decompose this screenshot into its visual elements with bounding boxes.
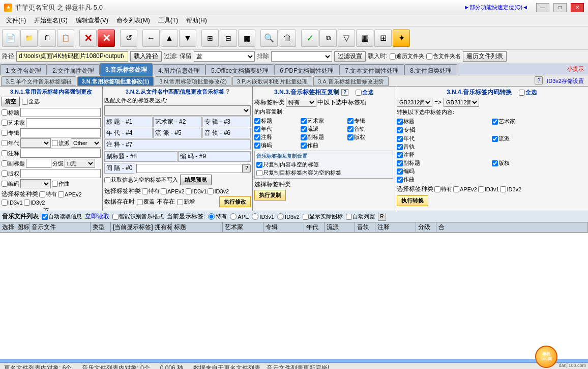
subtitle-checkbox[interactable]: 副标题 (2, 160, 25, 167)
table-button[interactable]: ▦ (356, 30, 373, 47)
title-input[interactable] (20, 108, 101, 117)
clear-button[interactable]: 清空 (2, 97, 20, 106)
tab-lyrics[interactable]: 3.P.内嵌歌词和图片批量处理 (232, 76, 312, 86)
title-checkbox[interactable]: 标题 (2, 109, 19, 117)
filter-select[interactable]: 蓝 (194, 51, 255, 62)
search-button[interactable]: 🔍 (260, 30, 278, 47)
artist-input[interactable] (26, 118, 101, 127)
id3v2-settings[interactable]: ID3v2存储设置 (544, 76, 587, 86)
history-button[interactable]: 遍历文件列表 (463, 51, 507, 62)
subtitle-input[interactable] (26, 159, 51, 168)
tab-text[interactable]: 7.文本文件属性处理 (339, 64, 404, 75)
new-button[interactable]: 📄 (2, 30, 19, 47)
menu-edit[interactable]: 编辑查看(V) (72, 15, 112, 26)
down-button[interactable]: ▼ (179, 30, 196, 47)
minimize-button[interactable]: — (536, 3, 549, 12)
exec-convert-button[interactable]: 执行转换 (397, 195, 428, 206)
album-checkbox[interactable]: 专辑 (2, 129, 19, 137)
exec-copy-button[interactable]: 执行复制 (254, 190, 286, 201)
select-all-checkbox[interactable]: 全选 (22, 98, 40, 105)
album-input[interactable] (20, 128, 101, 137)
encoder-select[interactable] (20, 179, 51, 188)
open-add-button[interactable]: 📁 (20, 30, 38, 47)
exclude-select[interactable] (271, 51, 332, 62)
quick-nav[interactable]: ►部分功能快速定位(Q)◄ (460, 4, 532, 11)
refresh-button[interactable]: R (378, 213, 386, 221)
filter-button[interactable]: ▽ (338, 30, 355, 47)
star-button[interactable]: ✦ (393, 30, 410, 47)
menu-commands[interactable]: 命令列表(M) (112, 15, 154, 26)
tab-filename[interactable]: 1.文件名处理 (0, 64, 47, 75)
up-button[interactable]: ▲ (161, 30, 178, 47)
tab-fileattr[interactable]: 2.文件属性处理 (47, 64, 100, 75)
menu-help[interactable]: 帮助(H) (182, 15, 211, 26)
tab-office[interactable]: 5.Office文档摘要处理 (205, 64, 274, 75)
open-button[interactable]: 🗒 (39, 30, 56, 47)
danji-label: danji100.com (558, 363, 586, 368)
copyright-checkbox[interactable]: 版权 (2, 170, 19, 178)
tab-batch1[interactable]: 3.N.常用标签项批量修改(1) (77, 76, 154, 86)
rating-label: 分级 (52, 160, 64, 167)
copyright-input[interactable] (20, 169, 101, 178)
composer-checkbox[interactable]: 作曲 (52, 180, 70, 188)
preview-button[interactable]: 结果预览 (180, 175, 212, 185)
to-codec-select[interactable]: GB2312简体 (444, 98, 479, 107)
tab-imageinfo[interactable]: 4.图片信息处理 (153, 64, 205, 75)
check-button[interactable]: ✓ (301, 30, 318, 47)
panel3-help[interactable]: ? (341, 89, 348, 96)
view2-button[interactable]: ⊟ (220, 30, 237, 47)
menu-tools[interactable]: 工具(T) (154, 15, 182, 26)
view3-button[interactable]: ▦ (238, 30, 255, 47)
separator-help[interactable]: ? (243, 164, 251, 173)
comment-input[interactable] (20, 149, 101, 158)
adjust-button[interactable]: ⧉ (319, 30, 337, 47)
artist-checkbox[interactable]: 艺术家 (2, 119, 25, 127)
delete-all-button[interactable]: ✕ (98, 30, 115, 47)
genre-checkbox[interactable]: 流派 (52, 139, 70, 147)
col-artist: 艺术家 (223, 222, 263, 232)
genre-select[interactable]: Other (71, 138, 101, 148)
maximize-button[interactable]: □ (553, 3, 567, 12)
include-filename-checkbox[interactable]: 含文件夹名 (426, 52, 461, 60)
tab-batch2[interactable]: 3.N.常用标签项批量修改(2) (155, 76, 231, 86)
regex-select[interactable] (104, 105, 251, 116)
tag-type-row4: 选择标签种类 特有 APEv2 ID3v1 ID3v2 (397, 185, 586, 193)
panel2-help[interactable]: ? (226, 88, 229, 95)
menu-rename[interactable]: 开始更名(G) (30, 15, 71, 26)
year-select[interactable] (20, 138, 51, 148)
encoder-row: 编码 作曲 (2, 179, 101, 188)
separator-input[interactable] (136, 164, 243, 173)
undo-button[interactable]: ↺ (120, 30, 137, 47)
from-codec-select[interactable]: GB2312简体 (397, 98, 432, 107)
doc-button[interactable]: 📋 (57, 30, 74, 47)
tab-single-edit[interactable]: 3.E.单个文件音乐标签编辑 (1, 76, 76, 86)
tab-musictag[interactable]: 3.音乐标签处理 (100, 63, 153, 76)
app-title: 菲菲更名宝贝 之 得意非凡 5.0 (15, 3, 103, 12)
delete-button[interactable]: ✕ (79, 30, 97, 47)
traverse-folder-checkbox[interactable]: 遍历文件夹 (390, 52, 424, 60)
exec-modify2-button[interactable]: 执行修改 (219, 196, 251, 207)
rating-select[interactable]: □无 (65, 159, 95, 168)
copy-from-select[interactable]: 特有 (286, 98, 316, 107)
tab-pdf[interactable]: 6.PDF文档属性处理 (274, 64, 339, 75)
tab-classify[interactable]: 8.文件归类处理 (404, 64, 457, 75)
instant-read[interactable]: 立即读取 (85, 212, 109, 221)
left-button[interactable]: ← (142, 30, 160, 47)
help-button[interactable]: ? (535, 76, 543, 84)
trash-button[interactable]: 🗑 (279, 30, 296, 47)
load-path-button[interactable]: 载入路径 (130, 51, 162, 62)
get-empty-checkbox[interactable]: 获取信息为空的标签不写入 (104, 176, 178, 184)
view1-button[interactable]: ⊞ (201, 30, 219, 47)
hint-label[interactable]: 小提示 (563, 63, 588, 75)
year-checkbox[interactable]: 年代 (2, 139, 19, 147)
genre-tag: 流 派 - #5 (153, 128, 201, 138)
filter-settings-button[interactable]: 过滤设置 (334, 51, 366, 62)
tab-advanced[interactable]: 3.A.音乐标签批量修改进阶 (313, 76, 389, 86)
encoder-checkbox[interactable]: 编码 (2, 180, 19, 188)
path-input[interactable] (16, 51, 128, 62)
grid-button[interactable]: ⊞ (374, 30, 392, 47)
close-button[interactable]: ✕ (571, 3, 584, 12)
comment-checkbox[interactable]: 注释 (2, 150, 19, 157)
exec-modify1-button[interactable]: 执行修改 (77, 211, 101, 211)
menu-file[interactable]: 文件(F) (2, 15, 30, 26)
